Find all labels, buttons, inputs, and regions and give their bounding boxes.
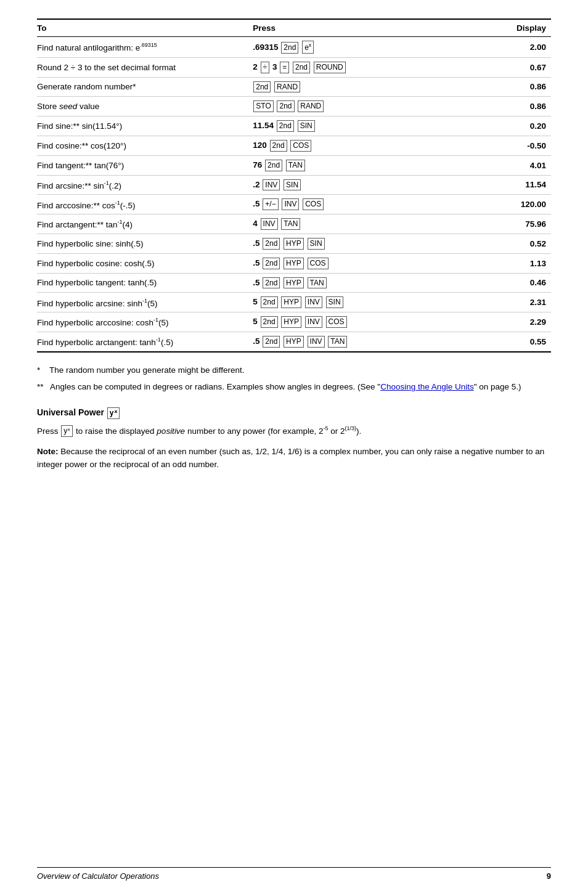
cell-to-1: Round 2 ÷ 3 to the set decimal format	[37, 57, 253, 77]
cell-display-15: 0.55	[448, 332, 551, 351]
cell-display-4: 0.20	[448, 116, 551, 136]
cell-display-5: -0.50	[448, 136, 551, 155]
footer-title: Overview of Calculator Operations	[37, 871, 159, 881]
cell-display-13: 2.31	[448, 293, 551, 312]
note-text: Because the reciprocal of an even number…	[37, 447, 544, 470]
footnote-text-1: The random number you generate might be …	[49, 365, 244, 375]
table-row: Find natural antilogarithm: e.69315.6931…	[37, 37, 551, 58]
angle-units-link[interactable]: Choosing the Angle Units	[380, 382, 474, 391]
cell-press-6: 76 2nd TAN	[253, 155, 448, 175]
table-row: Find hyperbolic arctangent: tanh-1(.5).5…	[37, 332, 551, 351]
page-content: To Press Display Find natural antilogari…	[0, 0, 588, 516]
cell-display-2: 0.86	[448, 77, 551, 97]
cell-press-2: 2nd RAND	[253, 77, 448, 97]
cell-press-5: 120 2nd COS	[253, 136, 448, 155]
header-display: Display	[448, 19, 551, 37]
cell-display-9: 75.96	[448, 214, 551, 234]
cell-to-13: Find hyperbolic arcsine: sinh-1(5)	[37, 293, 253, 312]
cell-display-10: 0.52	[448, 234, 551, 253]
sup-13: (1/3)	[345, 425, 357, 431]
universal-power-body: Press yˣ to raise the displayed positive…	[37, 424, 551, 438]
table-row: Find cosine:** cos(120°)120 2nd COS-0.50	[37, 136, 551, 155]
header-to: To	[37, 19, 253, 37]
table-row: Find arccosine:** cos-1(-.5).5 +/− INV C…	[37, 195, 551, 214]
cell-to-3: Store seed value	[37, 97, 253, 116]
table-row: Find hyperbolic arccosine: cosh-1(5)5 2n…	[37, 312, 551, 332]
cell-to-11: Find hyperbolic cosine: cosh(.5)	[37, 253, 253, 273]
cell-to-9: Find arctangent:** tan-1(4)	[37, 214, 253, 234]
table-row: Find arcsine:** sin-1(.2).2 INV SIN11.54	[37, 175, 551, 195]
cell-display-14: 2.29	[448, 312, 551, 332]
table-row: Find hyperbolic cosine: cosh(.5).5 2nd H…	[37, 253, 551, 273]
cell-press-4: 11.54 2nd SIN	[253, 116, 448, 136]
cell-display-1: 0.67	[448, 57, 551, 77]
cell-press-11: .5 2nd HYP COS	[253, 253, 448, 273]
sup-neg5: -5	[324, 425, 329, 431]
footnote-marker-2: **	[37, 382, 44, 391]
cell-to-15: Find hyperbolic arctangent: tanh-1(.5)	[37, 332, 253, 351]
table-row: Find tangent:** tan(76°)76 2nd TAN4.01	[37, 155, 551, 175]
table-row: Find arctangent:** tan-1(4)4 INV TAN75.9…	[37, 214, 551, 234]
table-row: Find hyperbolic sine: sinh(.5).5 2nd HYP…	[37, 234, 551, 253]
cell-press-12: .5 2nd HYP TAN	[253, 273, 448, 293]
note-label: Note:	[37, 447, 59, 456]
cell-press-9: 4 INV TAN	[253, 214, 448, 234]
cell-press-7: .2 INV SIN	[253, 175, 448, 195]
cell-display-12: 0.46	[448, 273, 551, 293]
yx-key-inline: yˣ	[61, 425, 73, 437]
footer-page: 9	[547, 871, 551, 881]
footnote-marker-1: *	[37, 365, 40, 375]
table-row: Find hyperbolic tangent: tanh(.5).5 2nd …	[37, 273, 551, 293]
cell-to-5: Find cosine:** cos(120°)	[37, 136, 253, 155]
positive-word: positive	[157, 426, 185, 435]
cell-display-6: 4.01	[448, 155, 551, 175]
header-press: Press	[253, 19, 448, 37]
cell-to-12: Find hyperbolic tangent: tanh(.5)	[37, 273, 253, 293]
cell-display-7: 11.54	[448, 175, 551, 195]
cell-to-14: Find hyperbolic arccosine: cosh-1(5)	[37, 312, 253, 332]
cell-display-3: 0.86	[448, 97, 551, 116]
operations-table: To Press Display Find natural antilogari…	[37, 18, 551, 353]
cell-display-8: 120.00	[448, 195, 551, 214]
page-footer: Overview of Calculator Operations 9	[37, 867, 551, 881]
cell-press-1: 2 ÷ 3 = 2nd ROUND	[253, 57, 448, 77]
footnote-2: ** Angles can be computed in degrees or …	[37, 380, 551, 394]
table-row: Store seed valueSTO 2nd RAND0.86	[37, 97, 551, 116]
cell-to-10: Find hyperbolic sine: sinh(.5)	[37, 234, 253, 253]
table-row: Round 2 ÷ 3 to the set decimal format2 ÷…	[37, 57, 551, 77]
cell-to-8: Find arccosine:** cos-1(-.5)	[37, 195, 253, 214]
cell-press-3: STO 2nd RAND	[253, 97, 448, 116]
table-row: Generate random number*2nd RAND0.86	[37, 77, 551, 97]
cell-to-0: Find natural antilogarithm: e.69315	[37, 37, 253, 58]
cell-press-0: .69315 2nd ex	[253, 37, 448, 58]
table-row: Find hyperbolic arcsine: sinh-1(5)5 2nd …	[37, 293, 551, 312]
cell-press-15: .5 2nd HYP INV TAN	[253, 332, 448, 351]
universal-power-note: Note: Because the reciprocal of an even …	[37, 445, 551, 471]
footnote-text-2: Angles can be computed in degrees or rad…	[50, 382, 521, 391]
cell-display-11: 1.13	[448, 253, 551, 273]
yx-key-heading: yˣ	[107, 407, 120, 419]
cell-press-13: 5 2nd HYP INV SIN	[253, 293, 448, 312]
cell-press-14: 5 2nd HYP INV COS	[253, 312, 448, 332]
cell-press-8: .5 +/− INV COS	[253, 195, 448, 214]
cell-to-7: Find arcsine:** sin-1(.2)	[37, 175, 253, 195]
cell-press-10: .5 2nd HYP SIN	[253, 234, 448, 253]
footnotes: * The random number you generate might b…	[37, 364, 551, 394]
footnote-1: * The random number you generate might b…	[37, 364, 551, 377]
universal-power-heading: Universal Power yˣ	[37, 407, 551, 419]
cell-display-0: 2.00	[448, 37, 551, 58]
table-row: Find sine:** sin(11.54°)11.54 2nd SIN0.2…	[37, 116, 551, 136]
cell-to-4: Find sine:** sin(11.54°)	[37, 116, 253, 136]
cell-to-6: Find tangent:** tan(76°)	[37, 155, 253, 175]
cell-to-2: Generate random number*	[37, 77, 253, 97]
